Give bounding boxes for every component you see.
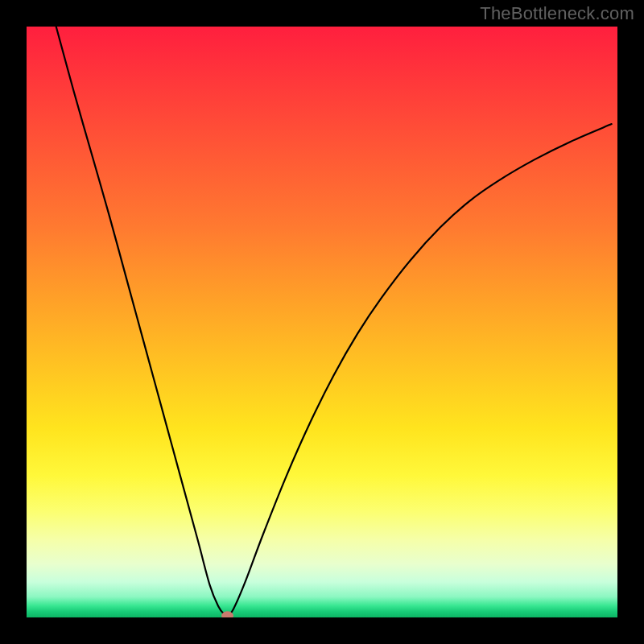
bottleneck-curve bbox=[56, 27, 612, 616]
chart-frame: TheBottleneck.com bbox=[0, 0, 644, 644]
optimum-marker bbox=[222, 612, 233, 617]
watermark-text: TheBottleneck.com bbox=[480, 3, 634, 24]
bottleneck-curve-chart bbox=[27, 27, 617, 617]
